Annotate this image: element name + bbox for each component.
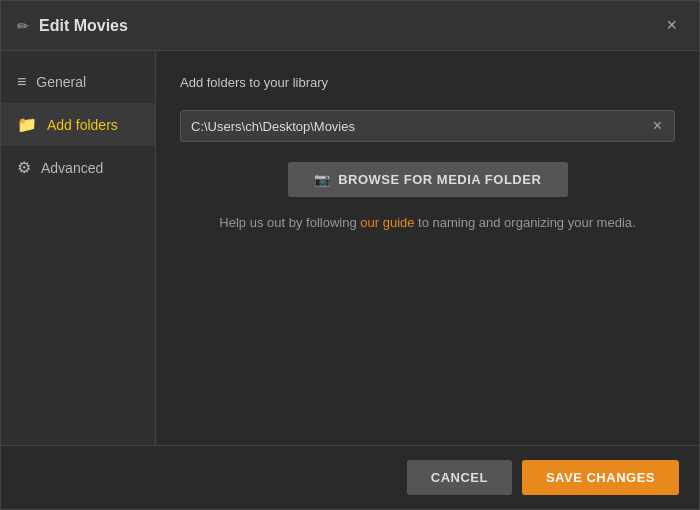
browse-button-label: BROWSE FOR MEDIA FOLDER — [338, 172, 541, 187]
cancel-button[interactable]: CANCEL — [407, 460, 512, 495]
help-text-after: to naming and organizing your media. — [415, 215, 636, 230]
sidebar-item-general-label: General — [36, 74, 86, 90]
folder-input-row: × — [180, 110, 675, 142]
camera-icon: 📷 — [314, 172, 331, 187]
folder-path-input[interactable] — [191, 119, 651, 134]
sidebar: ≡ General 📁 Add folders ⚙ Advanced — [1, 51, 156, 445]
title-bar-left: ✏ Edit Movies — [17, 17, 128, 35]
sidebar-item-advanced[interactable]: ⚙ Advanced — [1, 146, 155, 189]
folder-icon: 📁 — [17, 115, 37, 134]
pencil-icon: ✏ — [17, 18, 29, 34]
browse-media-folder-button[interactable]: 📷 BROWSE FOR MEDIA FOLDER — [288, 162, 568, 197]
main-content: Add folders to your library × 📷 BROWSE F… — [156, 51, 699, 445]
save-changes-button[interactable]: SAVE CHANGES — [522, 460, 679, 495]
sidebar-item-general[interactable]: ≡ General — [1, 61, 155, 103]
general-icon: ≡ — [17, 73, 26, 91]
help-text: Help us out by following our guide to na… — [180, 213, 675, 233]
our-guide-link[interactable]: our guide — [360, 215, 414, 230]
close-button[interactable]: × — [660, 13, 683, 38]
dialog-title: Edit Movies — [39, 17, 128, 35]
dialog-footer: CANCEL SAVE CHANGES — [1, 445, 699, 509]
gear-icon: ⚙ — [17, 158, 31, 177]
help-text-before: Help us out by following — [219, 215, 360, 230]
edit-movies-dialog: ✏ Edit Movies × ≡ General 📁 Add folders … — [0, 0, 700, 510]
clear-folder-button[interactable]: × — [651, 117, 664, 135]
sidebar-item-advanced-label: Advanced — [41, 160, 103, 176]
title-bar: ✏ Edit Movies × — [1, 1, 699, 51]
sidebar-item-add-folders[interactable]: 📁 Add folders — [1, 103, 155, 146]
dialog-body: ≡ General 📁 Add folders ⚙ Advanced Add f… — [1, 51, 699, 445]
section-title: Add folders to your library — [180, 75, 675, 90]
sidebar-item-add-folders-label: Add folders — [47, 117, 118, 133]
